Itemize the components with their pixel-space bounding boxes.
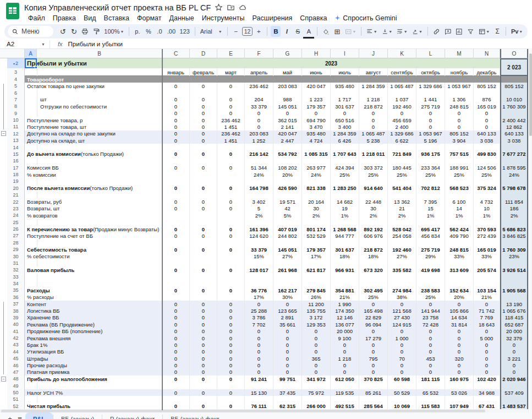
cell-r23c3[interactable]: 0 [162,205,190,212]
row-header-50[interactable]: 50 [7,389,25,396]
cell-r20c8[interactable]: 821 338 [302,185,331,192]
row-header-12[interactable]: 12 [7,130,25,137]
cell-r27c12[interactable]: 456 834 [416,232,445,239]
cell-r49c6[interactable] [245,383,273,389]
cell-r42c13[interactable]: 0 [445,335,474,341]
month-header-3[interactable]: март [217,68,245,76]
menu-вставка[interactable]: Вставка [100,14,133,22]
cell-O46[interactable]: 0 [500,362,528,368]
row-header-15[interactable]: 15 [7,151,25,157]
cell-r36c4[interactable] [190,294,217,301]
cell-r41c5[interactable]: 0 [217,328,245,335]
cell-r12c11[interactable]: 1 329 686 [388,130,416,137]
cell-r23c9[interactable]: 19 [331,205,359,212]
cell-r12c13[interactable]: 805 152 [445,130,474,137]
cell-r22c9[interactable]: 14 682 [331,198,359,205]
menu-данные[interactable]: Данные [165,14,198,22]
cell-r7c6[interactable]: 204 [245,96,273,103]
cell-r14c7[interactable] [273,144,302,150]
cell-r7c10[interactable]: 1 218 [359,96,388,103]
cell-r43c4[interactable]: 0 [190,341,217,348]
cell-r29c14[interactable]: 165 019 [474,246,500,253]
cell-r48c4[interactable]: 0 [190,376,217,382]
cell-r49c7[interactable] [273,383,302,389]
cell-r32c10[interactable]: 673 320 [359,266,388,273]
cell-O30[interactable]: 23% [500,253,528,259]
cell-r44c10[interactable]: 0 [359,349,388,355]
row-label-20[interactable]: После вычета комиссии (только Продажи) [25,185,162,192]
cell-r9c6[interactable]: 0 [245,110,273,117]
cell-r43c13[interactable]: 0 [445,341,474,348]
cell-r16c14[interactable] [474,157,500,164]
cell-r42c5[interactable]: 0 [217,335,245,341]
row-header-49[interactable]: 49 [7,383,25,389]
cell-r28c3[interactable] [162,240,190,246]
collapse-group-icon[interactable]: − [1,131,6,136]
cell-r13c6[interactable]: 1 252 [245,137,273,144]
row-label-34[interactable] [25,280,162,287]
cell-r39c12[interactable]: 23 758 [416,314,445,321]
cell-r36c3[interactable] [162,294,190,301]
cell-O41[interactable]: 20 000 [500,328,528,335]
cell-r37c11[interactable]: 0 [388,301,416,307]
cell-r15c9[interactable]: 1 707 643 [331,151,359,157]
month-header-9[interactable]: сентябрь [388,68,416,76]
row-label-28[interactable] [25,240,162,246]
month-header-10[interactable]: октябрь [416,68,445,76]
cell-r9c3[interactable]: 0 [162,110,190,117]
cell-r47c13[interactable]: 0 [445,369,474,376]
cell-r8c7[interactable]: 145 051 [273,103,302,110]
cell-r13c14[interactable]: 3 038 [474,137,500,144]
column-header-G[interactable]: G [273,49,302,58]
cell-r9c13[interactable]: 0 [445,110,474,117]
cell-r30c8[interactable]: 17% [302,253,331,259]
text-wrap-button[interactable]: ▼ [395,26,409,37]
cell-r6c13[interactable] [445,89,474,96]
cell-r22c11[interactable]: 13 362 [388,198,416,205]
cell-r22c7[interactable]: 19 571 [273,198,302,205]
month-header-6[interactable]: июнь [302,68,331,76]
cell-r33c10[interactable] [359,274,388,280]
cell-r13c4[interactable]: 0 [190,137,217,144]
cell-O42[interactable]: 32 379 [500,335,528,341]
cell-r40c14[interactable]: 18 643 [474,321,500,328]
cell-r32c6[interactable]: 128 017 [245,266,273,273]
cell-r14c10[interactable] [359,144,388,150]
cell-r31c6[interactable] [245,260,273,266]
cell-r43c14[interactable]: 0 [474,341,500,348]
cell-r12c6[interactable]: 203 083 [245,130,273,137]
cell-r21c11[interactable] [388,192,416,198]
cell-r40c10[interactable]: 96 094 [359,321,388,328]
cell-O23[interactable]: 186 [500,205,528,212]
column-header-C[interactable]: C [162,49,190,58]
cell-r36c6[interactable]: 17% [245,294,273,301]
cell-O14[interactable] [500,144,528,150]
row-header-24[interactable]: 24 [7,212,25,219]
cell-r47c8[interactable]: 0 [302,369,331,376]
cell-r30c11[interactable]: 27% [388,253,416,259]
cell-r40c3[interactable]: 0 [162,321,190,328]
cell-r15c5[interactable]: 0 [217,151,245,157]
cell-r16c4[interactable] [190,157,217,164]
cell-O35[interactable]: 1 905 568 [500,287,528,293]
cell-r21c3[interactable] [162,192,190,198]
cell-r47c14[interactable]: 0 [474,369,500,376]
cell-r6c3[interactable] [162,89,190,96]
cell-r28c12[interactable] [416,240,445,246]
cell-O15[interactable]: 7 677 272 [500,151,528,157]
cell-r18c7[interactable]: 20% [273,171,302,178]
cell-O16[interactable] [500,157,528,164]
vertical-scrollbar[interactable] [528,48,532,413]
cell-r28c13[interactable] [445,240,474,246]
cell-r38c7[interactable]: 123 665 [273,307,302,314]
row-header-28[interactable]: 28 [7,240,25,246]
row-header-35[interactable]: 35 [7,287,25,293]
cell-r26c9[interactable]: 1 268 568 [331,226,359,232]
cell-r8c5[interactable]: 0 [217,103,245,110]
cell-r17c4[interactable]: 0 [190,165,217,171]
row-label-25[interactable] [25,219,162,226]
cell-r50c14[interactable]: 34 988 [474,389,500,396]
cell-r8c4[interactable]: 0 [190,103,217,110]
cell-r36c10[interactable]: 25% [359,294,388,301]
row-label-16[interactable] [25,157,162,164]
